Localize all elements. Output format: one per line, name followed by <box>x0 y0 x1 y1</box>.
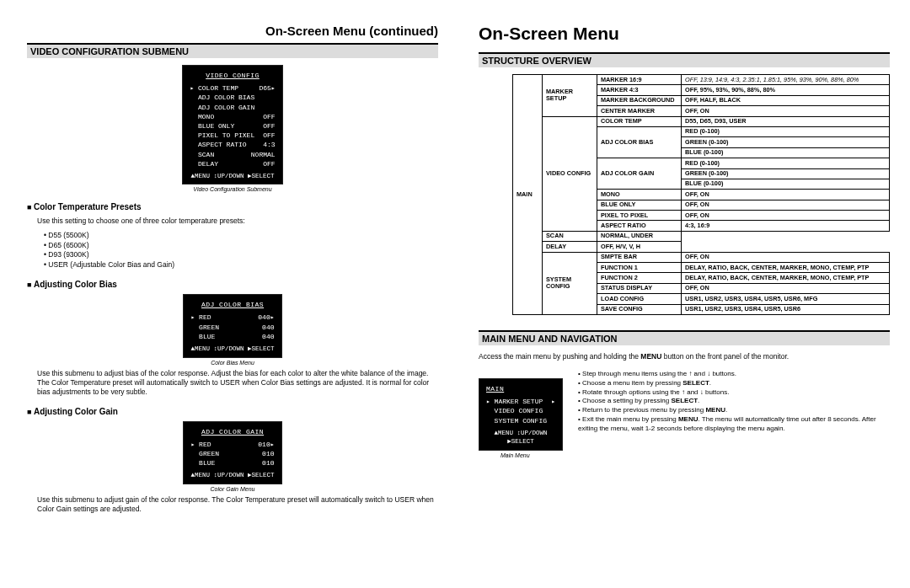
list-item: D93 (9300K) <box>44 250 438 259</box>
osd-main-menu-wrap: MAIN▸ MARKER SETUP▸ VIDEO CONFIG SYSTEM … <box>479 370 563 458</box>
list-item: Choose a menu item by pressing SELECT. <box>578 379 890 388</box>
osd-main-menu: MAIN▸ MARKER SETUP▸ VIDEO CONFIG SYSTEM … <box>479 378 563 451</box>
osd-video-config-wrap: VIDEO CONFIG▸ COLOR TEMPD65▸ ADJ COLOR B… <box>27 65 438 192</box>
text-presets-intro: Use this setting to choose one of three … <box>37 216 438 226</box>
list-item: Choose a setting by pressing SELECT. <box>578 397 890 406</box>
text-color-bias: Use this submenu to adjust bias of the c… <box>37 369 438 397</box>
heading-color-gain: Adjusting Color Gain <box>27 407 438 416</box>
osd-color-gain-wrap: ADJ COLOR GAIN▸ RED010▸ GREEN010 BLUE010… <box>27 421 438 492</box>
left-page: On-Screen Menu (continued) VIDEO CONFIGU… <box>27 24 438 578</box>
list-item: Step through menu items using the ↑ and … <box>578 370 890 379</box>
list-item: D55 (5500K) <box>44 231 438 240</box>
list-item: Exit the main menu by pressing MENU. The… <box>578 415 890 434</box>
section-video-config: VIDEO CONFIGURATION SUBMENU <box>27 43 438 58</box>
text-color-gain: Use this submenu to adjust gain of the c… <box>37 495 438 514</box>
osd-color-gain: ADJ COLOR GAIN▸ RED010▸ GREEN010 BLUE010… <box>183 421 281 484</box>
osd-main-menu-caption: Main Menu <box>500 452 563 458</box>
list-presets: D55 (5500K)D65 (6500K)D93 (9300K)USER (A… <box>44 231 438 270</box>
heading-color-bias: Adjusting Color Bias <box>27 280 438 289</box>
list-item: Return to the previous menu by pressing … <box>578 406 890 415</box>
osd-video-config: VIDEO CONFIG▸ COLOR TEMPD65▸ ADJ COLOR B… <box>182 65 282 184</box>
nav-intro-menu-word: MENU <box>640 352 661 361</box>
section-structure-overview: STRUCTURE OVERVIEW <box>479 52 890 67</box>
list-item: D65 (6500K) <box>44 241 438 250</box>
nav-intro: Access the main menu by pushing and hold… <box>479 352 890 361</box>
osd-color-gain-caption: Color Gain Menu <box>27 486 438 492</box>
structure-table: MAINMARKER SETUPMARKER 16:9OFF, 13:9, 14… <box>512 74 890 315</box>
heading-color-temp-presets: Color Temperature Presets <box>27 202 438 211</box>
osd-color-bias: ADJ COLOR BIAS▸ RED040▸ GREEN040 BLUE040… <box>183 294 281 357</box>
nav-intro-part1: Access the main menu by pushing and hold… <box>479 352 640 361</box>
osd-color-bias-caption: Color Bias Menu <box>27 360 438 366</box>
list-item: USER (Adjustable Color Bias and Gain) <box>44 260 438 270</box>
right-page: On-Screen Menu STRUCTURE OVERVIEW MAINMA… <box>479 24 890 578</box>
nav-intro-part2: button on the front panel of the monitor… <box>661 352 789 361</box>
osd-color-bias-wrap: ADJ COLOR BIAS▸ RED040▸ GREEN040 BLUE040… <box>27 294 438 365</box>
left-page-title: On-Screen Menu (continued) <box>27 24 438 38</box>
section-main-menu-nav: MAIN MENU AND NAVIGATION <box>479 330 890 345</box>
list-item: Rotate through options using the ↑ and ↓… <box>578 388 890 398</box>
nav-steps-list: Step through menu items using the ↑ and … <box>578 370 890 434</box>
right-page-title: On-Screen Menu <box>479 24 890 44</box>
osd-video-config-caption: Video Configuration Submenu <box>27 186 438 192</box>
